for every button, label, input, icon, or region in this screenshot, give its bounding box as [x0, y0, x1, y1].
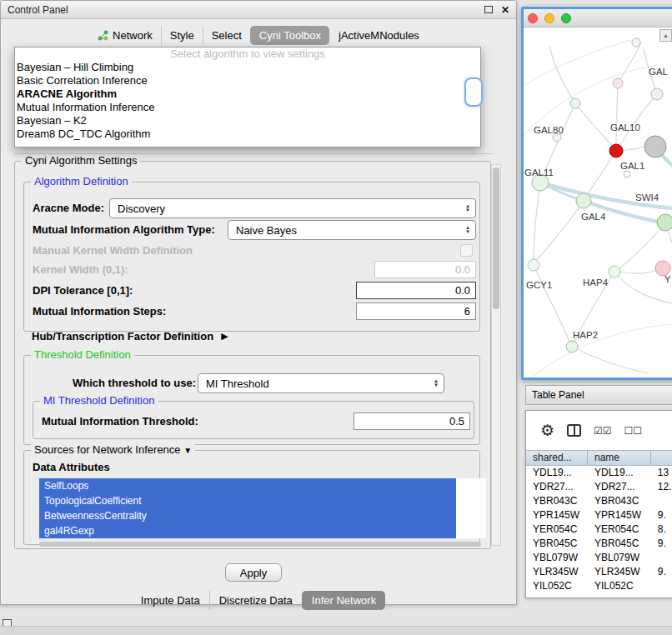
hub-section-toggle[interactable]: Hub/Transcription Factor Definition ▶ — [32, 330, 228, 342]
tab-cyni-toolbox[interactable]: Cyni Toolbox — [250, 26, 329, 45]
table-row[interactable]: YLR345W YLR345W 9. — [526, 565, 672, 579]
table-cell[interactable]: YPR145W — [526, 508, 588, 522]
network-node[interactable] — [613, 78, 623, 88]
network-node[interactable] — [576, 193, 591, 208]
table-cell[interactable]: YBR043C — [526, 494, 588, 508]
network-node[interactable] — [528, 259, 539, 271]
table-cell[interactable]: YLR345W — [588, 565, 651, 579]
table-cell[interactable]: YER054C — [526, 522, 588, 537]
popup-item[interactable]: Dream8 DC_TDC Algorithm — [15, 128, 480, 141]
table-row[interactable]: YPR145W YPR145W 9. — [526, 508, 672, 522]
network-node[interactable] — [570, 98, 580, 108]
close-icon[interactable]: ✕ — [501, 4, 509, 16]
network-node[interactable] — [632, 38, 640, 47]
attribute-list-item[interactable]: TopologicalCoefficient — [39, 493, 456, 508]
popup-item[interactable]: Bayesian – Hill Climbing — [15, 61, 480, 74]
table-row[interactable]: YIL052C YIL052C — [526, 579, 672, 593]
table-cell[interactable]: YBR045C — [526, 537, 588, 551]
table-cell[interactable]: YDR27... — [588, 480, 651, 494]
mi-steps-field[interactable]: 6 — [356, 302, 476, 320]
table-cell[interactable]: 9. — [651, 537, 672, 551]
scrollbar-up-button[interactable]: ▲ — [659, 29, 672, 42]
table-cell[interactable]: 9. — [651, 565, 672, 579]
float-window-icon[interactable] — [484, 6, 493, 13]
zoom-traffic-light[interactable] — [561, 13, 571, 23]
table-cell[interactable]: YIL052C — [526, 579, 588, 593]
network-node[interactable] — [657, 214, 672, 231]
table-cell[interactable] — [651, 551, 672, 565]
table-cell[interactable] — [651, 494, 672, 508]
column-header[interactable]: shared... — [526, 451, 588, 465]
table-cell[interactable]: YDL19... — [526, 466, 588, 480]
attribute-list-item[interactable]: gal4RGexp — [39, 523, 456, 538]
which-threshold-combobox[interactable]: MI Threshold ▲▼ — [198, 373, 444, 393]
table-row[interactable]: YER054C YER054C 8. — [526, 522, 672, 537]
table-row[interactable]: YDR27... YDR27... 12. — [526, 480, 672, 494]
control-panel-titlebar: Control Panel ✕ — [1, 1, 516, 19]
network-node[interactable] — [651, 88, 663, 100]
network-node-highlighted[interactable] — [609, 144, 623, 158]
tab-style[interactable]: Style — [161, 26, 203, 45]
apply-button[interactable]: Apply — [225, 563, 282, 582]
table-cell[interactable]: YBR045C — [588, 537, 651, 551]
tab-network[interactable]: Network — [89, 26, 161, 45]
select-all-checkboxes-icon[interactable]: ☑☑ — [594, 425, 612, 437]
attribute-list-hscrollbar[interactable] — [39, 542, 481, 547]
table-cell[interactable]: YBL079W — [526, 551, 588, 565]
tab-jactivemnodules[interactable]: jActiveMNodules — [329, 26, 428, 45]
table-cell[interactable]: 13 — [651, 466, 672, 480]
network-node[interactable] — [566, 341, 578, 352]
sources-group-toggle[interactable]: Sources for Network Inference ▼ — [31, 443, 195, 457]
data-attributes-label: Data Attributes — [33, 458, 110, 478]
dpi-tolerance-field[interactable]: 0.0 — [356, 282, 476, 299]
popup-item[interactable]: Mutual Information Inference — [15, 101, 480, 114]
table-row[interactable]: YBR043C YBR043C — [526, 494, 672, 508]
tab-impute-data[interactable]: Impute Data — [132, 591, 209, 610]
tab-select[interactable]: Select — [203, 26, 250, 45]
columns-icon[interactable] — [567, 424, 581, 437]
table-cell[interactable]: YBL079W — [588, 551, 651, 565]
table-cell[interactable]: 12. — [651, 480, 672, 494]
kernel-width-field[interactable]: 0.0 — [374, 261, 476, 278]
mi-threshold-field[interactable]: 0.5 — [354, 412, 470, 430]
table-cell[interactable]: 8. — [651, 522, 672, 537]
table-cell[interactable]: YER054C — [588, 522, 651, 537]
popup-item[interactable]: Bayesian – K2 — [15, 114, 480, 128]
table-cell[interactable]: 9. — [651, 508, 672, 522]
table-cell[interactable] — [651, 579, 672, 593]
table-cell[interactable]: YDR27... — [526, 480, 588, 494]
deselect-all-checkboxes-icon[interactable]: ☐☐ — [624, 425, 643, 437]
aracne-mode-label: Aracne Mode: — [33, 198, 104, 218]
network-canvas[interactable]: GAL80 GAL10 GAL11 GAL1 SWI4 GAL4 GCY1 HA… — [524, 28, 672, 378]
table-cell[interactable]: YBR043C — [588, 494, 651, 508]
attribute-list-item[interactable]: BetweennessCentrality — [39, 508, 456, 523]
close-traffic-light[interactable] — [528, 13, 538, 23]
column-header[interactable]: name — [588, 451, 651, 465]
attribute-list-item[interactable]: SelfLoops — [39, 478, 456, 493]
gear-icon[interactable]: ⚙ — [540, 422, 554, 438]
network-node[interactable] — [624, 171, 630, 178]
tab-infer-network[interactable]: Infer Network — [302, 591, 385, 610]
algorithm-dropdown-popup: Select algorithm to view settings Bayesi… — [14, 47, 481, 148]
table-row[interactable]: YDL19... YDL19... 13 — [526, 466, 672, 480]
aracne-mode-combobox[interactable]: Discovery ▲▼ — [109, 198, 476, 218]
table-cell[interactable]: YIL052C — [588, 579, 651, 593]
tab-discretize-data[interactable]: Discretize Data — [209, 591, 302, 610]
settings-vscrollbar[interactable] — [491, 164, 501, 546]
focused-combobox-fragment[interactable] — [464, 78, 483, 107]
table-cell[interactable]: YPR145W — [588, 508, 651, 522]
minimize-traffic-light[interactable] — [544, 13, 554, 23]
manual-kernel-checkbox[interactable] — [460, 244, 473, 257]
table-row[interactable]: YBR045C YBR045C 9. — [526, 537, 672, 551]
table-cell[interactable]: YLR345W — [526, 565, 588, 579]
mi-type-combobox[interactable]: Naive Bayes ▲▼ — [228, 220, 476, 240]
popup-item-highlighted[interactable]: ARACNE Algorithm — [15, 88, 480, 101]
popup-item[interactable]: Basic Correlation Inference — [15, 74, 480, 88]
table-row[interactable]: YBL079W YBL079W — [526, 551, 672, 565]
column-header[interactable] — [651, 451, 672, 465]
network-node[interactable] — [609, 266, 620, 278]
node-label: Y — [664, 274, 671, 284]
settings-vscrollbar-thumb[interactable] — [493, 168, 499, 309]
network-node[interactable] — [644, 136, 666, 158]
table-cell[interactable]: YDL19... — [588, 466, 651, 480]
